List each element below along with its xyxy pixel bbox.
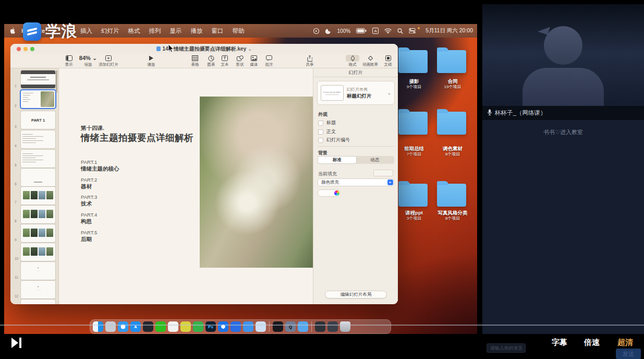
speed-button[interactable]: 倍速 (584, 338, 600, 348)
slide-thumbnail-11[interactable]: 11▾: : (21, 262, 55, 280)
control-center-icon[interactable] (409, 28, 416, 33)
dock-icon-folder[interactable] (315, 321, 325, 332)
dock-icon-notes[interactable] (180, 321, 191, 332)
focus-moon-icon[interactable] (325, 28, 332, 34)
folder-name: 前期总结 (404, 146, 424, 151)
dock-icon-phone-mirror[interactable] (327, 321, 338, 332)
quality-button[interactable]: 超清 (617, 338, 633, 348)
slide-thumbnail-7[interactable]: 7 (21, 187, 55, 205)
fill-type-select[interactable]: 颜色填充 (318, 178, 394, 186)
menu-insert[interactable]: 插入 (80, 27, 92, 35)
thumbnail-scrollbar[interactable] (56, 70, 57, 92)
body-checkbox-row[interactable]: 正文 (318, 128, 336, 135)
color-wheel-icon[interactable] (334, 190, 339, 196)
chevron-down-icon: ⌄ (387, 90, 391, 95)
dock-icon-camera[interactable] (143, 321, 153, 332)
dock-icon-launchpad[interactable] (105, 321, 116, 332)
desktop-folder-course-ppt[interactable] (398, 184, 428, 207)
menu-slide[interactable]: 幻灯片 (101, 27, 119, 35)
dock-icon-xuelang[interactable] (230, 321, 241, 332)
dock-icon-downloads-folder[interactable] (273, 321, 283, 332)
window-title[interactable]: 14、情绪主题拍摄要点详细解析.key ⌄ (10, 45, 398, 53)
bg-tab-standard[interactable]: 标准 (318, 157, 356, 163)
title-checkbox-row[interactable]: 标题 (318, 119, 336, 126)
dock-icon-finder[interactable] (93, 321, 103, 332)
dock-icon-app-store[interactable]: A (130, 321, 141, 332)
dock-icon-safari[interactable] (118, 321, 128, 332)
menu-arrange[interactable]: 排列 (149, 27, 161, 35)
battery-icon[interactable] (356, 28, 367, 33)
menu-window[interactable]: 窗口 (212, 27, 224, 35)
desktop-folder-early-summary[interactable] (398, 112, 428, 135)
folder-count: 8个项目 (431, 216, 475, 221)
dock-icon-trash[interactable] (365, 321, 375, 332)
dock-icon-reminders[interactable] (193, 321, 203, 332)
bg-tab-dynamic[interactable]: 动态 (356, 157, 394, 163)
slide-navigator: 1 2 3PART 1 4 5 6 7 8 9 10 11▾: : 12▾: :… (10, 68, 59, 304)
subtitles-button[interactable]: 字幕 (552, 338, 567, 348)
color-well[interactable] (318, 189, 341, 197)
format-inspector: 幻灯片 Lorem ipsum dolor 幻灯片布局标题幻灯片 ⌄ 外观 标题… (313, 68, 398, 304)
dock-icon-files[interactable] (168, 321, 178, 332)
menubar-datetime[interactable]: 5月11日 周六 20:00 (426, 27, 473, 34)
title-chevron-icon: ⌄ (248, 46, 252, 52)
slide-part-3: PART.3技术 (81, 194, 185, 208)
folder-count: 9个项目 (392, 85, 436, 90)
dock-icon-qq[interactable]: Q (285, 321, 296, 332)
share-button[interactable]: 共享 (296, 55, 323, 67)
dock-icon-remote-desktop[interactable] (298, 321, 308, 332)
dock-icon-photoshop[interactable]: Ps (205, 321, 216, 332)
slide-layout-selector[interactable]: Lorem ipsum dolor 幻灯片布局标题幻灯片 ⌄ (317, 81, 395, 105)
keynote-toolbar: 显示 84% ⌄ 缩放 添加幻灯片 播放 表格 (10, 54, 398, 68)
current-fill-swatch[interactable] (373, 170, 393, 176)
comment-button[interactable]: 批注 (256, 55, 283, 67)
screen-record-icon[interactable] (313, 28, 320, 34)
inspector-tab-slide[interactable]: 幻灯片 (313, 68, 398, 77)
menubar-menus: 插入 幻灯片 格式 排列 显示 播放 窗口 帮助 (80, 24, 245, 38)
send-button[interactable]: 发送 (616, 349, 641, 359)
desktop-folder-portrait-styles[interactable] (437, 184, 466, 207)
apple-logo-icon[interactable] (10, 28, 16, 34)
slide-thumbnail-5[interactable]: 5 (21, 150, 55, 167)
menu-view[interactable]: 显示 (170, 27, 182, 35)
slide-thumbnail-12[interactable]: 12▾: : : : (21, 281, 55, 298)
menu-format[interactable]: 格式 (128, 27, 140, 35)
slide-thumbnail-6[interactable]: 6 (21, 169, 55, 186)
slide-thumbnail-8[interactable]: 8 (21, 206, 55, 223)
slide-canvas[interactable]: 第十四课. 情绪主题拍摄要点详细解析 PART.1情绪主题的核心 PART.2器… (59, 68, 313, 304)
video-seek-bar[interactable] (0, 325, 644, 326)
slide-number-checkbox-row[interactable]: 幻灯片编号 (318, 137, 350, 143)
slide-thumbnail-3[interactable]: 3PART 1 (21, 111, 55, 129)
desktop-folder-contracts[interactable] (437, 50, 466, 73)
slide-thumbnail-1[interactable]: 1 (21, 70, 55, 88)
chat-area[interactable]: 书书♡进入教室 (482, 120, 644, 334)
spotlight-search-icon[interactable] (397, 28, 403, 34)
dock-icon-wechat[interactable] (155, 321, 166, 332)
host-name: 杯杯子_（网络课） (495, 109, 546, 117)
dock-icon-meeting[interactable] (256, 321, 266, 332)
folder-name: 合同 (448, 78, 458, 84)
menu-play[interactable]: 播放 (191, 27, 203, 35)
dock-icon-jianying[interactable] (243, 321, 253, 332)
edit-slide-layout-button[interactable]: 编辑幻灯片布局 (325, 291, 387, 298)
play-button[interactable]: 播放 (138, 55, 165, 67)
dock-icon-display[interactable] (340, 321, 350, 332)
document-button[interactable]: 文稿 (374, 55, 398, 67)
current-fill-label: 当前填充 (318, 171, 337, 177)
play-next-button[interactable] (10, 337, 23, 351)
document-settings-icon (374, 55, 398, 62)
slide-thumbnail-4[interactable]: 4 (21, 130, 55, 148)
wifi-icon[interactable] (384, 28, 392, 34)
menu-help[interactable]: 帮助 (233, 27, 245, 35)
slide-thumbnail-10[interactable]: 10 (21, 243, 55, 261)
add-slide-button[interactable]: 添加幻灯片 (95, 55, 122, 67)
slide-thumbnail-9[interactable]: 9 (21, 224, 55, 242)
slide-thumbnail-13[interactable]: 13▾ (21, 300, 55, 304)
dock-icon-iqiyi[interactable] (218, 321, 228, 332)
desktop-folder-photography[interactable] (398, 50, 428, 73)
input-method-icon[interactable]: A (372, 28, 379, 34)
desktop-folder-color-assets[interactable] (437, 112, 466, 135)
chat-input[interactable] (487, 343, 526, 353)
dock-icon-screen-capture[interactable] (353, 321, 363, 332)
slide-thumbnail-2-selected[interactable]: 2 (21, 90, 55, 108)
